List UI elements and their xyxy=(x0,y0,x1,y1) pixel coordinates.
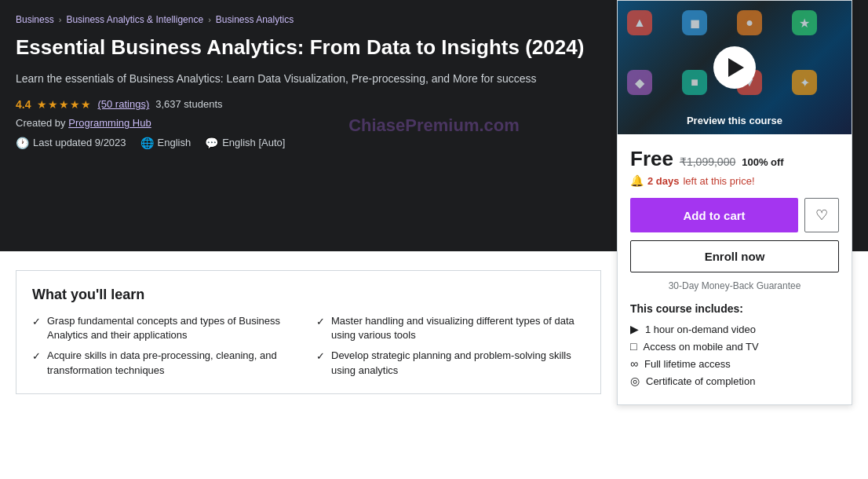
includes-title: This course includes: xyxy=(630,302,839,315)
preview-label: Preview this course xyxy=(687,115,782,126)
course-preview[interactable]: ▲ ◼ ● ★ ◆ ■ ▼ ✦ Preview this course xyxy=(618,1,852,134)
learn-title: What you'll learn xyxy=(32,287,585,303)
play-icon xyxy=(728,58,744,77)
video-icon: ▶ xyxy=(630,323,639,335)
globe-icon: 🌐 xyxy=(140,137,154,149)
includes-certificate-text: Certificate of completion xyxy=(646,375,755,387)
clock-icon: 🕐 xyxy=(16,137,29,149)
rating-row: 4.4 ★ ★ ★ ★ ★ (50 ratings) 3,637 student… xyxy=(16,98,596,111)
price-off: 100% off xyxy=(742,156,783,168)
includes-lifetime: ∞ Full lifetime access xyxy=(630,357,839,370)
meta-caption: 💬 English [Auto] xyxy=(205,137,285,149)
app-icon-5: ◆ xyxy=(627,70,652,95)
check-icon-3: ✓ xyxy=(316,315,325,329)
price-free: Free xyxy=(630,147,673,171)
star-rating: ★ ★ ★ ★ ★ xyxy=(37,98,91,111)
caption-text: English [Auto] xyxy=(222,137,285,148)
hero-section: Business › Business Analytics & Intellig… xyxy=(0,0,868,251)
rating-value: 4.4 xyxy=(16,98,31,111)
heart-icon: ♡ xyxy=(815,207,828,224)
app-icon-8: ✦ xyxy=(792,70,817,95)
updated-text: Last updated 9/2023 xyxy=(33,137,126,148)
enroll-button[interactable]: Enroll now xyxy=(630,240,839,272)
includes-lifetime-text: Full lifetime access xyxy=(644,358,731,370)
caption-icon: 💬 xyxy=(205,137,218,149)
includes-certificate: ◎ Certificate of completion xyxy=(630,375,839,387)
meta-row: 🕐 Last updated 9/2023 🌐 English 💬 Englis… xyxy=(16,137,596,149)
play-button[interactable] xyxy=(713,46,756,89)
price-original: ₹1,099,000 xyxy=(680,155,735,168)
breadcrumb-business[interactable]: Business xyxy=(16,14,54,25)
includes-video: ▶ 1 hour on-demand video xyxy=(630,323,839,335)
creator-row: Created by Programming Hub xyxy=(16,117,596,129)
add-to-cart-row: Add to cart ♡ xyxy=(630,198,839,232)
learn-grid: ✓ Grasp fundamental concepts and types o… xyxy=(32,314,585,378)
includes-mobile: □ Access on mobile and TV xyxy=(630,340,839,353)
course-title: Essential Business Analytics: From Data … xyxy=(16,35,596,61)
learn-item-3-text: Master handling and visualizing differen… xyxy=(331,314,585,342)
learn-item-1-text: Grasp fundamental concepts and types of … xyxy=(47,314,301,342)
breadcrumb-sep-1: › xyxy=(59,15,62,24)
creator-label: Created by xyxy=(16,117,66,129)
hero-content: Business › Business Analytics & Intellig… xyxy=(16,14,596,234)
learn-box: What you'll learn ✓ Grasp fundamental co… xyxy=(16,270,601,394)
includes-list: ▶ 1 hour on-demand video □ Access on mob… xyxy=(630,323,839,387)
app-icon-4: ★ xyxy=(792,10,817,35)
app-icon-1: ▲ xyxy=(627,10,652,35)
star-2: ★ xyxy=(48,98,58,111)
check-icon-1: ✓ xyxy=(32,315,41,329)
urgency-clock-icon: 🔔 xyxy=(630,174,644,187)
breadcrumb-analytics-intelligence[interactable]: Business Analytics & Intelligence xyxy=(66,14,203,25)
mobile-icon: □ xyxy=(630,340,636,353)
check-icon-4: ✓ xyxy=(316,349,325,364)
creator-link[interactable]: Programming Hub xyxy=(68,117,151,129)
price-row: Free ₹1,099,000 100% off xyxy=(630,147,839,171)
course-includes: This course includes: ▶ 1 hour on-demand… xyxy=(630,302,839,387)
learn-item-2-text: Acquire skills in data pre-processing, c… xyxy=(47,349,301,377)
meta-language: 🌐 English xyxy=(140,137,191,149)
learn-item-1: ✓ Grasp fundamental concepts and types o… xyxy=(32,314,301,342)
learn-item-4-text: Develop strategic planning and problem-s… xyxy=(331,349,585,377)
certificate-icon: ◎ xyxy=(630,375,640,387)
star-1: ★ xyxy=(37,98,47,111)
rating-count[interactable]: (50 ratings) xyxy=(97,98,149,110)
money-back-guarantee: 30-Day Money-Back Guarantee xyxy=(630,280,839,291)
learn-item-4: ✓ Develop strategic planning and problem… xyxy=(316,349,585,377)
card-body: Free ₹1,099,000 100% off 🔔 2 days left a… xyxy=(618,134,852,404)
star-4: ★ xyxy=(70,98,80,111)
app-icon-6: ■ xyxy=(682,70,707,95)
includes-video-text: 1 hour on-demand video xyxy=(645,324,756,335)
breadcrumb: Business › Business Analytics & Intellig… xyxy=(16,14,596,25)
student-count: 3,637 students xyxy=(155,98,222,110)
urgency-row: 🔔 2 days left at this price! xyxy=(630,174,839,187)
meta-updated: 🕐 Last updated 9/2023 xyxy=(16,137,126,149)
app-icon-3: ● xyxy=(737,10,762,35)
includes-mobile-text: Access on mobile and TV xyxy=(643,341,758,353)
check-icon-2: ✓ xyxy=(32,349,41,364)
infinity-icon: ∞ xyxy=(630,357,638,370)
breadcrumb-current: Business Analytics xyxy=(216,14,294,25)
star-half: ★ xyxy=(81,98,91,111)
add-to-cart-button[interactable]: Add to cart xyxy=(630,198,798,232)
urgency-text: left at this price! xyxy=(683,175,754,187)
course-subtitle: Learn the essentials of Business Analyti… xyxy=(16,71,596,87)
language-text: English xyxy=(158,137,191,148)
star-3: ★ xyxy=(59,98,69,111)
urgency-days: 2 days xyxy=(647,175,679,187)
breadcrumb-sep-2: › xyxy=(208,15,211,24)
app-icon-2: ◼ xyxy=(682,10,707,35)
learn-item-2: ✓ Acquire skills in data pre-processing,… xyxy=(32,349,301,377)
wishlist-button[interactable]: ♡ xyxy=(804,198,839,232)
course-card: ▲ ◼ ● ★ ◆ ■ ▼ ✦ Preview this course xyxy=(617,0,852,405)
learn-item-3: ✓ Master handling and visualizing differ… xyxy=(316,314,585,342)
